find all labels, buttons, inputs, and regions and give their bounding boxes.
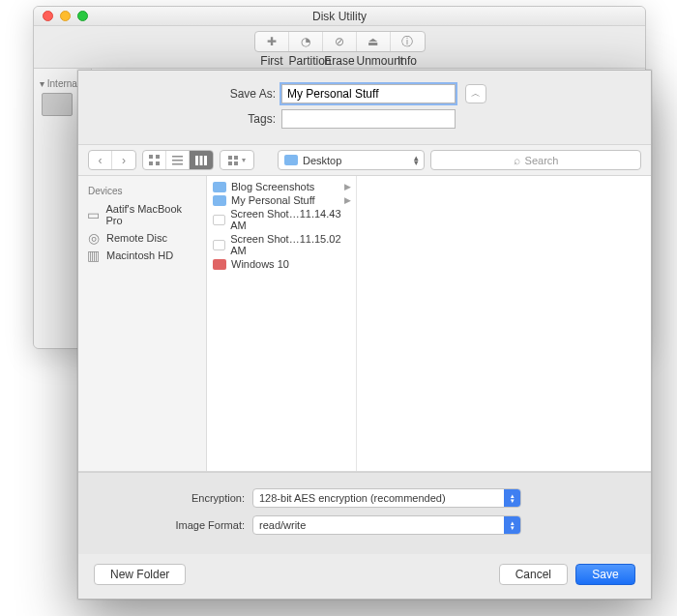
file-name: Blog Screenshots [231,181,314,192]
tags-label: Tags: [98,112,281,126]
column-view-button[interactable] [190,151,213,169]
cancel-button[interactable]: Cancel [499,564,568,585]
file-name: Windows 10 [231,258,289,270]
search-icon: ⌕ [514,154,520,167]
svg-rect-10 [228,156,232,160]
unmount-icon: ⏏ [368,35,378,48]
save-as-label: Save As: [98,87,281,101]
erase-icon: ⊘ [335,35,344,48]
svg-rect-11 [234,156,238,160]
info-icon: ⓘ [401,34,413,50]
erase-button[interactable]: ⊘ [323,32,357,51]
file-item[interactable]: Screen Shot…11.15.02 AM [207,232,356,257]
file-name: Screen Shot…11.14.43 AM [230,208,350,231]
file-browser: Devices ▭ Aatif's MacBook Pro ◎ Remote D… [78,176,651,472]
back-button[interactable]: ‹ [89,151,112,169]
arrange-button[interactable]: ▾ [221,151,253,169]
encryption-popup[interactable]: 128-bit AES encryption (recommended) ▴▾ [252,488,521,508]
device-item[interactable]: ▥ Macintosh HD [84,247,200,264]
laptop-icon: ▭ [86,209,101,220]
file-name: My Personal Stuff [231,194,315,206]
chevron-right-icon: ▶ [344,182,351,191]
svg-rect-5 [172,160,183,161]
folder-icon [213,182,226,192]
button-row: New Folder Cancel Save [78,554,651,599]
options-panel: Encryption: 128-bit AES encryption (reco… [78,472,651,554]
chevron-left-icon: ‹ [99,154,103,167]
file-item[interactable]: Blog Screenshots ▶ [207,180,356,193]
file-icon [213,215,225,225]
location-popup[interactable]: Desktop ▴▾ [278,150,425,170]
save-dialog: Save As: ︿ Tags: ‹ › [77,70,652,600]
device-item[interactable]: ◎ Remote Disc [84,229,200,247]
partition-icon: ◔ [301,35,310,48]
chevron-right-icon: ▶ [344,195,351,205]
search-placeholder: Search [525,155,559,166]
save-as-input[interactable] [281,84,456,103]
chevron-right-icon: › [122,154,126,167]
columns-icon [195,156,207,165]
new-folder-button[interactable]: New Folder [94,564,186,585]
device-label: Macintosh HD [106,249,173,261]
toolbar: ✚ ◔ ⊘ ⏏ ⓘ First Aid Partition Erase [34,26,645,69]
encryption-value: 128-bit AES encryption (recommended) [259,492,446,504]
list-icon [172,155,183,165]
device-item[interactable]: ▭ Aatif's MacBook Pro [84,200,200,229]
search-field[interactable]: ⌕ Search [430,150,641,170]
svg-rect-6 [172,163,183,165]
file-icon [213,240,225,250]
folder-icon [284,155,298,165]
folder-icon [213,195,226,206]
file-item[interactable]: My Personal Stuff ▶ [207,193,356,207]
svg-rect-1 [156,155,160,159]
hdd-icon: ▥ [86,249,101,261]
location-label: Desktop [303,155,341,166]
file-name: Screen Shot…11.15.02 AM [230,233,350,256]
updown-arrows-icon: ▴▾ [504,516,520,534]
format-popup[interactable]: read/write ▴▾ [252,515,521,535]
grid-icon [149,155,160,165]
arrange-icon [228,156,240,165]
browser-toolbar: ‹ › ▾ Desktop ▴▾ [78,144,651,176]
svg-rect-13 [234,161,238,165]
titlebar: Disk Utility [34,7,645,26]
format-value: read/write [259,519,306,531]
chevron-down-icon: ▾ [242,156,246,164]
unmount-button[interactable]: ⏏ [357,32,391,51]
updown-arrows-icon: ▴▾ [414,156,419,165]
svg-rect-9 [204,156,207,165]
file-item[interactable]: Screen Shot…11.14.43 AM [207,207,356,232]
tags-input[interactable] [281,109,456,129]
info-button[interactable]: ⓘ [391,32,425,51]
device-label: Aatif's MacBook Pro [106,203,198,226]
svg-rect-12 [228,161,232,165]
window-title: Disk Utility [34,10,645,23]
svg-rect-2 [149,161,153,165]
first-aid-icon: ✚ [267,35,277,48]
collapse-button[interactable]: ︿ [465,84,486,103]
encryption-label: Encryption: [98,492,252,504]
devices-header: Devices [88,186,200,196]
forward-button[interactable]: › [112,151,135,169]
list-view-button[interactable] [166,151,190,169]
svg-rect-0 [149,155,153,159]
svg-rect-4 [172,156,183,158]
svg-rect-8 [200,156,203,165]
partition-button[interactable]: ◔ [289,32,323,51]
svg-rect-7 [195,156,198,165]
disc-icon: ◎ [86,232,101,244]
drive-icon[interactable] [42,93,73,116]
source-list: Devices ▭ Aatif's MacBook Pro ◎ Remote D… [78,176,207,471]
browser-column-empty [357,176,651,471]
browser-column: Blog Screenshots ▶ My Personal Stuff ▶ S… [207,176,357,471]
svg-rect-3 [156,161,160,165]
first-aid-button[interactable]: ✚ [255,32,289,51]
updown-arrows-icon: ▴▾ [504,489,520,507]
disk-image-icon [213,259,226,270]
format-label: Image Format: [98,519,252,531]
chevron-up-icon: ︿ [471,87,481,101]
save-button[interactable]: Save [575,564,635,585]
file-item[interactable]: Windows 10 [207,257,356,271]
icon-view-button[interactable] [143,151,166,169]
device-label: Remote Disc [106,232,167,244]
